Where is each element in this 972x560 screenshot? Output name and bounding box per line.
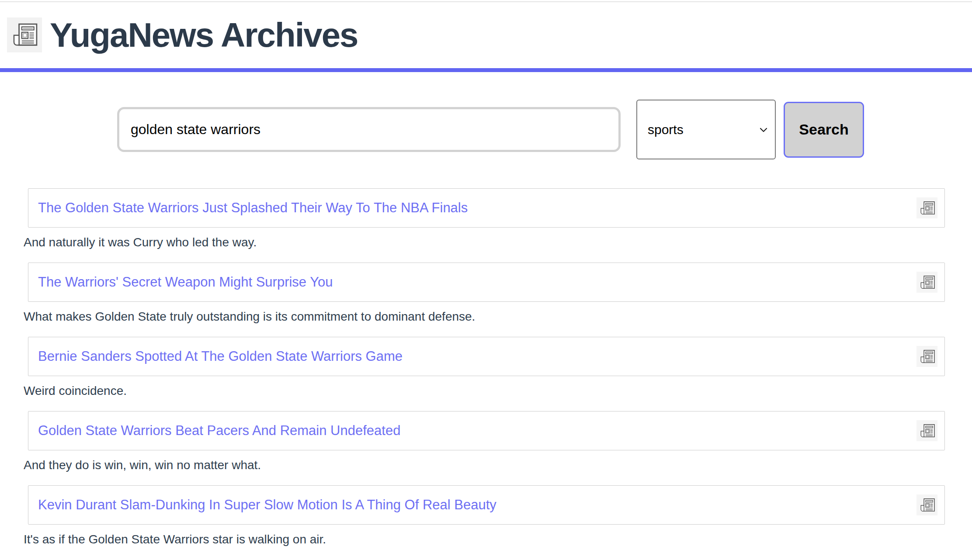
search-button[interactable]: Search: [784, 102, 864, 158]
result-card: Golden State Warriors Beat Pacers And Re…: [28, 411, 945, 450]
result-card: The Golden State Warriors Just Splashed …: [28, 188, 945, 228]
search-result: The Golden State Warriors Just Splashed …: [24, 188, 945, 250]
result-title-link[interactable]: Bernie Sanders Spotted At The Golden Sta…: [38, 349, 916, 364]
result-card: The Warriors' Secret Weapon Might Surpri…: [28, 263, 945, 302]
newspaper-icon: [916, 494, 937, 515]
search-results-list: The Golden State Warriors Just Splashed …: [24, 188, 945, 547]
search-result: The Warriors' Secret Weapon Might Surpri…: [24, 263, 945, 325]
newspaper-icon: [916, 346, 937, 367]
newspaper-icon: [916, 272, 937, 293]
result-title-link[interactable]: The Golden State Warriors Just Splashed …: [38, 200, 916, 216]
newspaper-icon: [916, 197, 937, 218]
search-result: Kevin Durant Slam-Dunking In Super Slow …: [24, 485, 945, 547]
top-hairline: [0, 1, 972, 2]
accent-divider-bar: [0, 68, 972, 72]
result-title-link[interactable]: Kevin Durant Slam-Dunking In Super Slow …: [38, 497, 916, 513]
result-description: And they do is win, win, win no matter w…: [24, 457, 945, 473]
search-result: Bernie Sanders Spotted At The Golden Sta…: [24, 337, 945, 399]
newspaper-icon: [916, 420, 937, 441]
result-card: Kevin Durant Slam-Dunking In Super Slow …: [28, 485, 945, 525]
result-title-link[interactable]: The Warriors' Secret Weapon Might Surpri…: [38, 274, 916, 290]
page-title: YugaNews Archives: [50, 18, 358, 52]
site-header: YugaNews Archives: [0, 0, 972, 52]
result-description: Weird coincidence.: [24, 383, 945, 399]
newspaper-icon: [11, 23, 38, 47]
result-card: Bernie Sanders Spotted At The Golden Sta…: [28, 337, 945, 376]
category-select-wrap: sports: [636, 100, 776, 159]
category-select[interactable]: sports: [636, 100, 776, 159]
result-description: And naturally it was Curry who led the w…: [24, 235, 945, 250]
result-title-link[interactable]: Golden State Warriors Beat Pacers And Re…: [38, 423, 916, 439]
search-form: sports Search: [117, 100, 972, 159]
newspaper-icon: [7, 17, 42, 52]
result-description: What makes Golden State truly outstandin…: [24, 309, 945, 325]
search-input[interactable]: [117, 107, 621, 152]
search-result: Golden State Warriors Beat Pacers And Re…: [24, 411, 945, 473]
result-description: It's as if the Golden State Warriors sta…: [24, 532, 945, 547]
